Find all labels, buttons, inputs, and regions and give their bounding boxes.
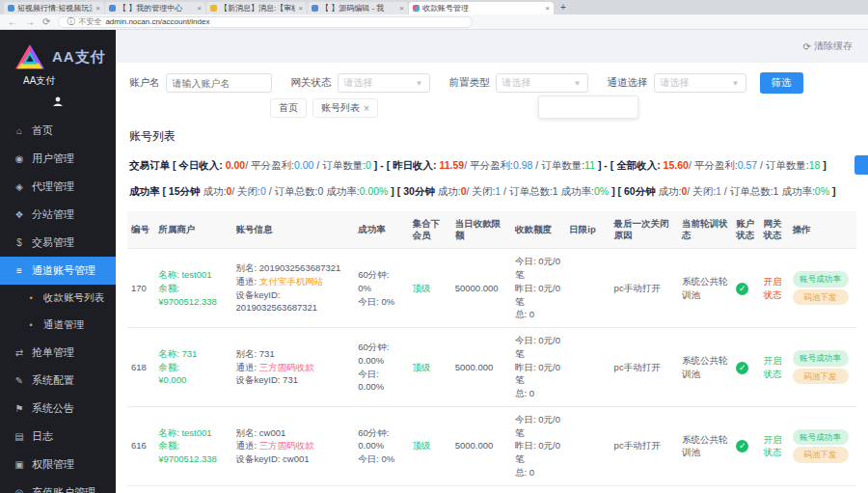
cell-gateway-status[interactable]: 开启状态	[759, 249, 788, 328]
sidebar-item-label: 交易管理	[32, 235, 74, 250]
gateway-status-select[interactable]: 请选择▼	[338, 73, 430, 93]
sidebar-item-system-config[interactable]: ✎系统配置	[0, 367, 116, 395]
tab-close-icon[interactable]: ×	[298, 4, 303, 13]
sidebar-item-order-grab[interactable]: ⇄抢单管理	[0, 339, 116, 367]
cell-line: 设备keyID: cw001	[236, 452, 351, 466]
type-filter-label: 前置类型	[449, 76, 490, 90]
sidebar-item-permissions[interactable]: ▣权限管理	[0, 451, 116, 479]
column-header: 集合下会员	[409, 211, 451, 249]
tab-close-icon[interactable]: ×	[197, 4, 202, 13]
cell-quota: 今日: 0元/0笔昨日: 0元/0笔总: 0	[511, 328, 565, 407]
table-row: 170名称: test001余额:¥9700512.338别名: 2019032…	[127, 249, 856, 328]
cell-day-ip	[565, 485, 610, 493]
trade-stat-segment: 0.00	[226, 159, 245, 171]
cell-success-rate: 60分钟: 0.00%今日: 0.00%	[354, 328, 408, 407]
account-name-input[interactable]	[166, 73, 272, 93]
cell-account-info: 别名: 2019032563687321通道: 支付宝手机网站设备keyID: …	[232, 249, 355, 328]
tag-home[interactable]: 首页	[270, 98, 307, 118]
account-rate-button[interactable]: 账号成功率	[793, 271, 849, 287]
tab-title: 短视频行情:短视频玩法 - 短视:	[17, 3, 93, 14]
sidebar-menu: ⌂首页◉用户管理◈代理管理❖分站管理$交易管理≡通道账号管理•收款账号列表•通道…	[0, 117, 116, 493]
cell-quota: 今日: 0元/0笔昨日: 0元/0笔总: 0	[511, 249, 565, 328]
sidebar-item-logs[interactable]: ▤日志	[0, 423, 116, 451]
cell-member: 顶级	[409, 406, 451, 485]
account-status-check-icon[interactable]: ✓	[736, 283, 748, 295]
cell-line: 昨日: 0元/0笔	[515, 361, 561, 388]
column-header: 最后一次关闭原因	[610, 211, 678, 249]
cell-close-reason: pc手动打开	[610, 328, 678, 407]
forward-icon[interactable]: →	[25, 17, 35, 27]
sidebar-item-transactions[interactable]: $交易管理	[0, 229, 116, 257]
browser-tab[interactable]: 【 】源码编辑 - 我×	[308, 2, 408, 14]
refresh-icon[interactable]: ⟳	[42, 17, 50, 27]
dispatch-button[interactable]: 码池下发	[793, 289, 849, 305]
browser-tab[interactable]: 【新消息】消息:【审核未通过:×	[206, 2, 307, 14]
account-rate-button[interactable]: 账号成功率	[793, 350, 849, 366]
trade-stat-segment: 今日收入:	[178, 159, 225, 171]
trade-stat-segment: 11	[584, 159, 595, 171]
back-icon[interactable]: ←	[8, 17, 17, 27]
tab-close-icon[interactable]: ×	[545, 4, 550, 13]
address-bar[interactable]: ⓘ 不安全 admin.nocan.cn/account/index	[58, 16, 473, 28]
browser-tab[interactable]: 【 】我的管理中心×	[105, 2, 205, 14]
front-type-select[interactable]: 请选择▼	[496, 73, 588, 93]
close-icon[interactable]: ×	[364, 103, 369, 114]
sidebar-item-channel-manage[interactable]: •通道管理	[0, 312, 116, 339]
cell-line: 总: 0	[515, 308, 561, 321]
dispatch-button[interactable]: 码池下发	[793, 447, 849, 462]
logo-text: AA支付	[52, 48, 106, 67]
browser-tab[interactable]: 短视频行情:短视频玩法 - 短视:×	[4, 2, 104, 14]
sidebar-item-substations[interactable]: ❖分站管理	[0, 201, 116, 229]
agents-icon: ◈	[14, 181, 25, 192]
sidebar-item-recharge-accounts[interactable]: ◎充值账户管理	[0, 479, 116, 493]
cell-gateway-status[interactable]: 开启状态	[759, 406, 788, 485]
sidebar-item-users[interactable]: ◉用户管理	[0, 145, 116, 173]
column-header: 网关状态	[759, 211, 788, 249]
cell-member: 顶级	[409, 249, 451, 328]
app-logo: AA支付	[0, 30, 116, 74]
sidebar-item-label: 分站管理	[32, 207, 74, 222]
cell-day-ip	[565, 249, 610, 328]
channel-name: 三方固码收款	[259, 362, 314, 372]
info-icon[interactable]: ⓘ	[67, 16, 74, 27]
cell-gateway-status[interactable]: 开启状态	[759, 485, 788, 493]
cell-line: 今日: 0.00%	[358, 368, 404, 395]
sidebar-item-home[interactable]: ⌂首页	[0, 117, 116, 145]
account-status-check-icon[interactable]: ✓	[736, 362, 748, 374]
user-avatar-icon[interactable]	[0, 88, 116, 113]
cell-line: 昨日: 0元/0笔	[515, 282, 561, 309]
new-tab-button[interactable]: +	[560, 2, 566, 13]
sidebar-item-receive-account-list[interactable]: •收款账号列表	[0, 285, 116, 312]
trade-stat-segment: 0.98	[513, 159, 532, 171]
transactions-icon: $	[14, 237, 25, 248]
success-stat-segment: 15分钟	[169, 185, 201, 197]
announcements-icon: ⚑	[14, 403, 25, 414]
clear-cache-button[interactable]: ⟳ 清除缓存	[803, 40, 853, 53]
success-stat-segment: / 订单总数:1 成功率:	[501, 185, 594, 197]
cell-close-reason: pc手动打开	[610, 406, 678, 485]
add-button[interactable]	[854, 155, 868, 175]
cell-account-status: ✓	[732, 328, 759, 407]
dispatch-button[interactable]: 码池下发	[793, 369, 849, 384]
tag-current-page[interactable]: 账号列表×	[312, 98, 378, 118]
account-rate-button[interactable]: 账号成功率	[793, 429, 849, 445]
cell-gateway-status[interactable]: 开启状态	[759, 328, 788, 407]
account-status-check-icon[interactable]: ✓	[736, 440, 748, 452]
channel-select[interactable]: 请选择▼	[654, 73, 746, 93]
tab-close-icon[interactable]: ×	[95, 4, 100, 13]
browser-tab[interactable]: 收款账号管理×	[409, 2, 554, 14]
trade-stat-segment: / 订单数量:	[532, 159, 584, 171]
sidebar-item-agents[interactable]: ◈代理管理	[0, 173, 116, 201]
channel-label: 通道:	[236, 440, 259, 451]
tab-close-icon[interactable]: ×	[399, 4, 404, 13]
channel-filter-label: 通道选择	[608, 76, 648, 90]
column-header: 账户状态	[732, 211, 759, 249]
filter-submit-button[interactable]: 筛选	[760, 72, 803, 94]
column-header: 所属商户	[154, 211, 231, 249]
sidebar-item-label: 抢单管理	[32, 345, 74, 360]
refresh-small-icon: ⟳	[803, 41, 811, 52]
cell-actions: 账号成功率码池下发	[789, 249, 856, 328]
success-stat-segment: ]	[829, 185, 835, 197]
sidebar-item-announcements[interactable]: ⚑系统公告	[0, 395, 116, 423]
sidebar-item-channel-accounts[interactable]: ≡通道账号管理	[0, 257, 116, 285]
